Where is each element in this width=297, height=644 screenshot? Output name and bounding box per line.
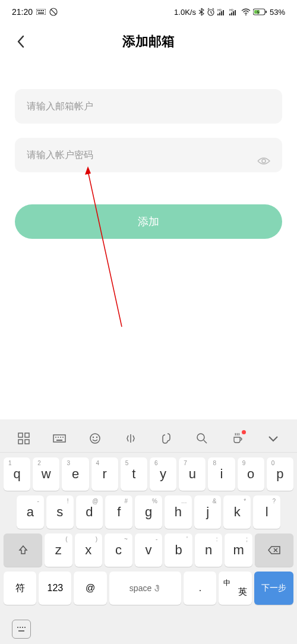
page-title: 添加邮箱 — [122, 33, 175, 50]
svg-rect-0 — [36, 9, 46, 15]
key-shift[interactable] — [4, 533, 42, 567]
key-z[interactable]: (z — [45, 533, 72, 567]
key-p[interactable]: 0p — [267, 457, 293, 491]
keyboard: 1q2w3e4r5t6y7u8i9o0p -a!s@d#f%g…h&j*k?l … — [0, 419, 297, 644]
key-n[interactable]: :n — [195, 533, 223, 567]
key-language[interactable]: 中英 — [219, 572, 251, 605]
svg-rect-25 — [18, 433, 23, 437]
signal-icon-2: HD — [229, 8, 239, 15]
key-f[interactable]: #f — [105, 495, 132, 529]
key-m[interactable]: ;m — [225, 533, 252, 567]
key-t[interactable]: 5t — [121, 457, 147, 491]
battery-icon — [253, 8, 267, 15]
kb-keyboard-icon[interactable] — [48, 427, 71, 450]
add-button[interactable]: 添加 — [15, 204, 282, 239]
key-w[interactable]: 2w — [33, 457, 59, 491]
svg-rect-9 — [217, 14, 219, 15]
svg-rect-4 — [43, 10, 44, 11]
form-content: 添加 — [0, 59, 297, 239]
email-input[interactable] — [15, 89, 282, 124]
svg-rect-16 — [233, 11, 234, 15]
key-h[interactable]: …h — [165, 495, 192, 529]
svg-rect-41 — [22, 627, 23, 628]
kb-search-icon[interactable] — [190, 427, 214, 450]
key-b[interactable]: 'b — [165, 533, 192, 567]
key-i[interactable]: 8i — [208, 457, 235, 491]
svg-rect-34 — [56, 440, 62, 441]
svg-rect-10 — [219, 12, 220, 15]
key-d[interactable]: @d — [76, 495, 103, 529]
nav-bar: 添加邮箱 — [0, 24, 297, 59]
key-g[interactable]: %g — [135, 495, 162, 529]
kb-clipboard-icon[interactable] — [154, 427, 178, 450]
svg-point-38 — [197, 434, 204, 441]
bluetooth-icon — [198, 8, 204, 16]
toggle-password-icon[interactable] — [257, 156, 270, 168]
keyboard-toolbar — [0, 424, 297, 453]
key-v[interactable]: -v — [135, 533, 163, 567]
svg-rect-5 — [38, 12, 44, 14]
password-input[interactable] — [15, 138, 282, 172]
svg-rect-3 — [41, 10, 42, 11]
kb-coffee-icon[interactable] — [226, 427, 249, 450]
kb-collapse-icon[interactable] — [261, 427, 285, 450]
wifi-icon — [241, 8, 251, 15]
keyboard-status-icon — [36, 9, 46, 15]
key-symbol[interactable]: 符 — [4, 572, 36, 605]
svg-rect-42 — [24, 627, 26, 628]
svg-point-30 — [55, 437, 56, 438]
key-a[interactable]: -a — [17, 495, 44, 529]
svg-rect-17 — [235, 10, 236, 15]
svg-rect-43 — [18, 630, 24, 632]
svg-point-32 — [60, 437, 61, 438]
svg-rect-26 — [25, 433, 29, 437]
svg-point-18 — [245, 14, 247, 15]
status-time: 21:20 — [12, 7, 33, 17]
keyboard-switch-icon[interactable] — [12, 620, 31, 639]
svg-rect-21 — [266, 11, 267, 13]
status-speed: 1.0K/s — [174, 8, 196, 17]
key-q[interactable]: 1q — [4, 457, 30, 491]
svg-point-22 — [262, 159, 266, 163]
key-delete[interactable] — [255, 533, 293, 567]
svg-rect-12 — [223, 10, 224, 15]
kb-cursor-icon[interactable] — [119, 427, 143, 450]
key-u[interactable]: 7u — [179, 457, 206, 491]
key-dot[interactable]: . — [184, 572, 216, 605]
signal-icon-1: HD — [217, 8, 227, 15]
svg-point-33 — [62, 437, 64, 438]
key-r[interactable]: 4r — [91, 457, 118, 491]
key-c[interactable]: ~c — [105, 533, 132, 567]
kb-grid-icon[interactable] — [12, 427, 36, 450]
key-s[interactable]: !s — [46, 495, 74, 529]
key-l[interactable]: ?l — [253, 495, 280, 529]
status-bar: 21:20 1.0K/s HD HD 53% — [0, 0, 297, 24]
svg-rect-40 — [20, 627, 21, 628]
svg-rect-14 — [229, 14, 230, 15]
key-at[interactable]: @ — [74, 572, 106, 605]
alarm-icon — [207, 8, 215, 16]
svg-rect-2 — [39, 10, 40, 11]
key-numbers[interactable]: 123 — [39, 572, 71, 605]
key-space[interactable]: space — [109, 572, 182, 605]
key-k[interactable]: *k — [223, 495, 251, 529]
key-e[interactable]: 3e — [62, 457, 89, 491]
kb-emoji-icon[interactable] — [83, 427, 107, 450]
status-battery: 53% — [270, 8, 285, 17]
key-j[interactable]: &j — [194, 495, 222, 529]
svg-point-35 — [90, 434, 100, 443]
key-next[interactable]: 下一步 — [254, 572, 293, 605]
no-disturb-icon — [49, 8, 58, 16]
svg-rect-1 — [37, 10, 39, 11]
svg-point-37 — [96, 436, 97, 437]
svg-point-31 — [58, 437, 59, 438]
svg-rect-11 — [221, 11, 222, 15]
key-x[interactable]: )x — [75, 533, 103, 567]
key-o[interactable]: 9o — [238, 457, 264, 491]
svg-rect-39 — [17, 627, 18, 628]
svg-rect-29 — [53, 435, 65, 442]
key-y[interactable]: 6y — [150, 457, 176, 491]
back-button[interactable] — [12, 33, 30, 50]
svg-rect-15 — [231, 12, 232, 15]
svg-point-36 — [93, 436, 94, 437]
